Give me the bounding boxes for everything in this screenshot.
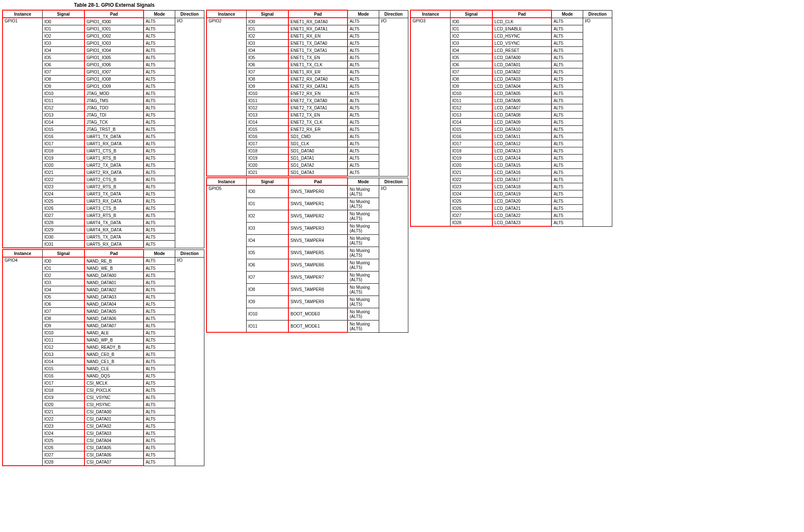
signal-cell: IO6 bbox=[247, 259, 289, 271]
mode-cell: ALT5 bbox=[551, 219, 583, 227]
mode-cell: ALT5 bbox=[144, 279, 175, 286]
direction-cell: I/O bbox=[175, 18, 204, 248]
signal-cell: IO26 bbox=[43, 444, 85, 451]
pad-cell: LCD_DATA15 bbox=[492, 162, 551, 169]
mode-cell: ALT5 bbox=[144, 133, 175, 140]
mode-cell: ALT5 bbox=[144, 83, 175, 90]
pad-cell: SD1_CLK bbox=[288, 140, 348, 147]
col-header-instance: Instance bbox=[410, 10, 451, 18]
col-header-mode: Mode bbox=[144, 10, 175, 18]
col-header-mode: Mode bbox=[348, 178, 379, 185]
mode-cell: ALT5 bbox=[348, 162, 379, 169]
mode-cell: No Muxing (ALT5) bbox=[348, 271, 379, 283]
signal-cell: IO27 bbox=[43, 212, 85, 219]
mode-cell: ALT5 bbox=[144, 351, 175, 358]
pad-cell: LCD_DATA22 bbox=[492, 212, 551, 219]
mode-cell: ALT5 bbox=[551, 140, 583, 147]
signal-cell: IO12 bbox=[247, 104, 289, 111]
pad-cell: SD1_CMD bbox=[288, 133, 348, 140]
pad-cell: CSI_DATA07 bbox=[84, 459, 144, 466]
mode-cell: ALT5 bbox=[144, 226, 175, 233]
mode-cell: ALT5 bbox=[348, 61, 379, 68]
signal-cell: IO17 bbox=[451, 140, 493, 147]
pad-cell: SNVS_TAMPER2 bbox=[288, 210, 348, 222]
pad-cell: GPIO1_IO07 bbox=[84, 68, 144, 76]
mode-cell: ALT5 bbox=[144, 329, 175, 337]
signal-cell: IO17 bbox=[43, 380, 85, 387]
mode-cell: ALT5 bbox=[144, 437, 175, 444]
instance-cell: GPIO4 bbox=[3, 257, 43, 466]
signal-cell: IO0 bbox=[43, 18, 85, 25]
pad-cell: SNVS_TAMPER7 bbox=[288, 271, 348, 283]
pad-cell: UART3_TX_DATA bbox=[84, 190, 144, 198]
pad-cell: UART4_RX_DATA bbox=[84, 226, 144, 233]
signal-cell: IO11 bbox=[451, 97, 493, 104]
signal-cell: IO16 bbox=[43, 133, 85, 140]
signal-cell: IO30 bbox=[43, 233, 85, 241]
mode-cell: ALT5 bbox=[348, 54, 379, 61]
signal-cell: IO10 bbox=[247, 90, 289, 97]
signal-cell: IO14 bbox=[43, 119, 85, 126]
pad-cell: UART2_RTS_B bbox=[84, 183, 144, 190]
signal-cell: IO9 bbox=[43, 83, 85, 90]
pad-cell: SNVS_TAMPER9 bbox=[288, 296, 348, 308]
pad-cell: SD1_DATA3 bbox=[288, 169, 348, 176]
mode-cell: ALT5 bbox=[551, 162, 583, 169]
pad-cell: JTAG_TMS bbox=[84, 97, 144, 104]
signal-cell: IO20 bbox=[43, 401, 85, 408]
mode-cell: ALT5 bbox=[144, 337, 175, 344]
signal-cell: IO3 bbox=[43, 279, 85, 286]
pad-cell: CSI_DATA05 bbox=[84, 444, 144, 451]
signal-cell: IO27 bbox=[43, 451, 85, 459]
signal-cell: IO8 bbox=[451, 76, 493, 83]
mode-cell: No Muxing (ALT5) bbox=[348, 198, 379, 210]
mode-cell: ALT5 bbox=[551, 68, 583, 76]
signal-cell: IO10 bbox=[451, 90, 493, 97]
signal-cell: IO3 bbox=[247, 222, 289, 234]
table-row: GPIO5IO0SNVS_TAMPER0No Muxing (ALT5)I/O bbox=[206, 185, 408, 198]
col-header-mode: Mode bbox=[348, 10, 379, 18]
signal-cell: IO18 bbox=[43, 147, 85, 155]
signal-cell: IO16 bbox=[247, 133, 289, 140]
signal-cell: IO18 bbox=[247, 147, 289, 155]
mode-cell: ALT5 bbox=[348, 40, 379, 47]
signal-cell: IO13 bbox=[43, 351, 85, 358]
signal-cell: IO9 bbox=[43, 322, 85, 329]
mode-cell: ALT5 bbox=[144, 358, 175, 365]
mode-cell: ALT5 bbox=[348, 104, 379, 111]
mode-cell: ALT5 bbox=[144, 61, 175, 68]
signal-cell: IO26 bbox=[43, 205, 85, 212]
col-header-instance: Instance bbox=[3, 250, 43, 257]
signal-cell: IO19 bbox=[43, 155, 85, 162]
pad-cell: ENET2_RX_DATA0 bbox=[288, 76, 348, 83]
mode-cell: No Muxing (ALT5) bbox=[348, 308, 379, 320]
pad-cell: ENET1_RX_DATA1 bbox=[288, 25, 348, 33]
pad-cell: UART1_RX_DATA bbox=[84, 140, 144, 147]
pad-cell: SNVS_TAMPER6 bbox=[288, 259, 348, 271]
pad-cell: NAND_DATA03 bbox=[84, 293, 144, 301]
mode-cell: No Muxing (ALT5) bbox=[348, 185, 379, 198]
mode-cell: ALT5 bbox=[551, 133, 583, 140]
mode-cell: ALT5 bbox=[551, 25, 583, 33]
signal-cell: IO11 bbox=[247, 320, 289, 332]
pad-cell: LCD_DATA00 bbox=[492, 54, 551, 61]
mode-cell: ALT5 bbox=[551, 205, 583, 212]
signal-cell: IO15 bbox=[247, 126, 289, 133]
mode-cell: ALT5 bbox=[144, 430, 175, 437]
col-header-pad: Pad bbox=[288, 178, 348, 185]
signal-cell: IO14 bbox=[43, 358, 85, 365]
mode-cell: ALT5 bbox=[144, 459, 175, 466]
signal-cell: IO19 bbox=[247, 155, 289, 162]
signal-cell: IO12 bbox=[43, 344, 85, 351]
pad-cell: ENET2_RX_DATA1 bbox=[288, 83, 348, 90]
pad-cell: LCD_HSYNC bbox=[492, 33, 551, 40]
pad-cell: SD1_DATA0 bbox=[288, 147, 348, 155]
mode-cell: ALT5 bbox=[551, 90, 583, 97]
pad-cell: LCD_DATA09 bbox=[492, 119, 551, 126]
pad-cell: CSI_DATA06 bbox=[84, 451, 144, 459]
signal-cell: IO2 bbox=[247, 210, 289, 222]
signal-cell: IO9 bbox=[247, 83, 289, 90]
pad-cell: NAND_ALE bbox=[84, 329, 144, 337]
signal-cell: IO19 bbox=[451, 155, 493, 162]
signal-cell: IO9 bbox=[247, 296, 289, 308]
